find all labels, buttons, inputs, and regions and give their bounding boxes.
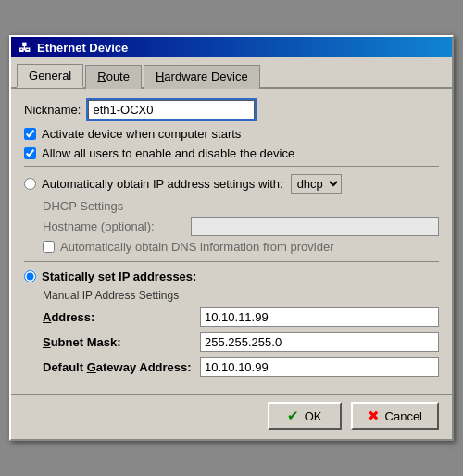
activate-checkbox[interactable] xyxy=(24,128,36,140)
dhcp-section: DHCP Settings Hostname (optional): Autom… xyxy=(43,199,439,254)
gateway-label: Default Gateway Address: xyxy=(43,360,200,374)
separator-1 xyxy=(24,166,439,167)
tab-general-label: General xyxy=(29,69,71,82)
window-title: Ethernet Device xyxy=(37,41,446,55)
subnet-label: Subnet Mask: xyxy=(43,335,200,349)
cancel-label: Cancel xyxy=(385,409,422,423)
tab-content: Nickname: Activate device when computer … xyxy=(11,89,452,394)
dns-row: Automatically obtain DNS information fro… xyxy=(43,240,439,254)
button-row: ✔ OK ✖ Cancel xyxy=(11,394,452,439)
auto-ip-radio[interactable] xyxy=(24,178,36,190)
tab-route-label: Route xyxy=(97,69,130,83)
ok-label: OK xyxy=(305,409,322,423)
tab-bar: General Route Hardware Device xyxy=(11,57,452,89)
tab-hardware-label: Hardware Device xyxy=(156,69,248,83)
separator-2 xyxy=(24,261,439,262)
dhcp-dropdown[interactable]: dhcp xyxy=(291,174,342,194)
auto-ip-row: Automatically obtain IP address settings… xyxy=(24,174,439,194)
hostname-row: Hostname (optional): xyxy=(43,217,439,236)
nickname-input[interactable] xyxy=(88,100,255,119)
allow-checkbox[interactable] xyxy=(24,147,36,159)
subnet-input[interactable] xyxy=(200,332,439,352)
address-label: Address: xyxy=(43,310,200,324)
cancel-button[interactable]: ✖ Cancel xyxy=(351,402,439,430)
cancel-icon: ✖ xyxy=(368,407,380,424)
gateway-input[interactable] xyxy=(200,357,439,377)
dns-checkbox[interactable] xyxy=(43,241,55,253)
nickname-label: Nickname: xyxy=(24,103,81,117)
tab-hardware[interactable]: Hardware Device xyxy=(144,65,260,89)
address-input[interactable] xyxy=(200,307,439,327)
dns-label: Automatically obtain DNS information fro… xyxy=(60,240,334,254)
window-icon: 🖧 xyxy=(17,40,31,55)
manual-title: Manual IP Address Settings xyxy=(43,289,439,302)
nickname-row: Nickname: xyxy=(24,100,439,119)
gateway-row: Default Gateway Address: xyxy=(43,357,439,377)
static-ip-radio[interactable] xyxy=(24,270,36,282)
activate-label: Activate device when computer starts xyxy=(42,127,241,141)
activate-row: Activate device when computer starts xyxy=(24,127,439,141)
tab-route[interactable]: Route xyxy=(85,65,142,89)
subnet-row: Subnet Mask: xyxy=(43,332,439,352)
allow-label: Allow all users to enable and disable th… xyxy=(42,146,294,160)
ethernet-device-window: 🖧 Ethernet Device General Route Hardware… xyxy=(9,35,454,441)
ok-icon: ✔ xyxy=(287,407,299,424)
hostname-label: Hostname (optional): xyxy=(43,219,191,233)
allow-row: Allow all users to enable and disable th… xyxy=(24,146,439,160)
tab-general[interactable]: General xyxy=(17,64,83,88)
titlebar: 🖧 Ethernet Device xyxy=(11,37,452,57)
hostname-input[interactable] xyxy=(191,217,439,236)
address-row: Address: xyxy=(43,307,439,327)
static-ip-row: Statically set IP addresses: xyxy=(24,269,439,283)
auto-ip-label: Automatically obtain IP address settings… xyxy=(42,177,283,191)
static-ip-label: Statically set IP addresses: xyxy=(42,269,196,283)
dhcp-title: DHCP Settings xyxy=(43,199,439,213)
ok-button[interactable]: ✔ OK xyxy=(268,402,342,430)
